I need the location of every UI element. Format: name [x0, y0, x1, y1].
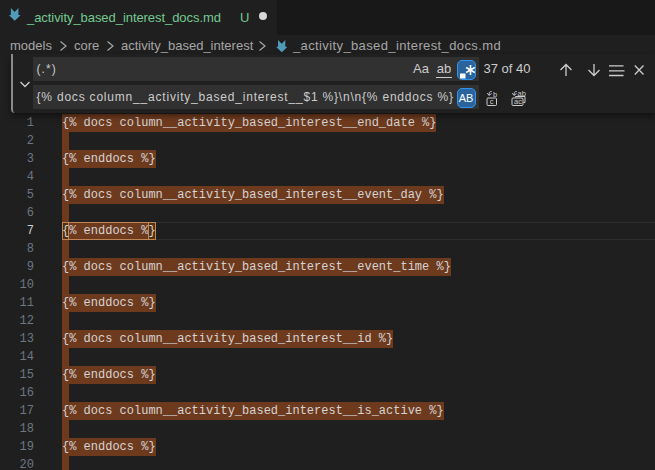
svg-text:ac: ac	[514, 97, 522, 106]
svg-text:b: b	[493, 90, 497, 99]
svg-text:c: c	[489, 97, 493, 106]
